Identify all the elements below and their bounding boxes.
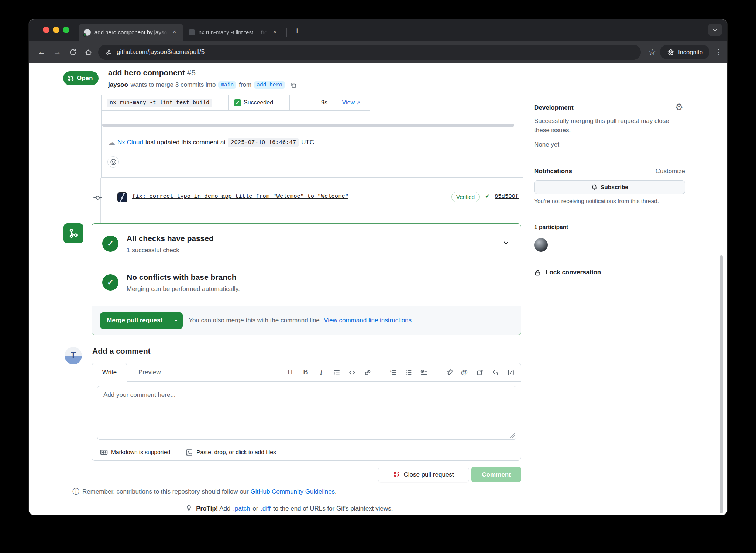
subscribe-button[interactable]: Subscribe: [534, 180, 685, 194]
bullet-list-icon[interactable]: [404, 369, 412, 376]
development-heading: Development: [534, 104, 574, 111]
comment-form: Write Preview H B I 12 @: [92, 363, 521, 461]
site-info-icon: [105, 49, 112, 56]
lock-conversation-button[interactable]: Lock conversation: [534, 269, 601, 276]
commit-sha-link[interactable]: 85d500f: [495, 193, 519, 200]
no-conflicts-title: No conflicts with base branch: [127, 273, 237, 282]
close-tab-icon[interactable]: ×: [271, 28, 278, 37]
attach-file-icon[interactable]: [445, 369, 453, 376]
tab-write[interactable]: Write: [92, 363, 127, 382]
commit-icon: [93, 193, 102, 202]
git-merge-icon: [68, 228, 79, 239]
home-button[interactable]: [80, 48, 96, 56]
patch-link[interactable]: .patch: [233, 505, 250, 512]
check-duration-cell: 9s: [290, 95, 333, 110]
comment-form-header: Write Preview H B I 12 @: [92, 363, 521, 382]
pr-closed-icon: [393, 471, 400, 478]
nx-favicon-icon: [189, 29, 195, 35]
browser-toolbar: ← → github.com/jaysoo3/acme/pull/5 ☆ Inc…: [29, 41, 727, 63]
markdown-supported-label[interactable]: Markdown is supported: [111, 449, 170, 456]
page-scrollbar[interactable]: [720, 255, 723, 514]
external-arrow-icon: ↗: [356, 99, 361, 106]
close-window-button[interactable]: [43, 27, 49, 33]
browser-menu-button[interactable]: ⋮: [713, 48, 724, 56]
guidelines-note: ⓘ Remember, contributions to this reposi…: [72, 487, 337, 497]
check-status-cell: ✓ Succeeded: [229, 95, 290, 110]
close-tab-icon[interactable]: ×: [171, 28, 178, 37]
nx-cloud-updated-line: ☁ Nx Cloud last updated this comment at …: [108, 138, 314, 147]
protip-text: or: [252, 505, 258, 512]
merge-options-caret[interactable]: [169, 312, 183, 329]
chevron-down-icon[interactable]: [502, 239, 510, 247]
new-tab-button[interactable]: +: [291, 25, 303, 36]
minimize-window-button[interactable]: [53, 27, 59, 33]
address-bar[interactable]: github.com/jaysoo3/acme/pull/5: [98, 45, 641, 60]
subscribe-label: Subscribe: [601, 184, 628, 190]
notifications-note: You’re not receiving notifications from …: [534, 198, 659, 205]
commit-author-avatar[interactable]: [117, 192, 127, 202]
smiley-icon: [110, 159, 117, 165]
markdown-icon: [100, 449, 108, 456]
browser-tab-active[interactable]: add hero component by jayso ×: [79, 24, 183, 41]
code-icon[interactable]: [348, 369, 356, 376]
participant-avatar[interactable]: [534, 238, 548, 252]
diff-link[interactable]: .diff: [261, 505, 271, 512]
tab-preview[interactable]: Preview: [133, 363, 166, 382]
checks-passed-section[interactable]: ✓ All checks have passed 1 successful ch…: [92, 224, 521, 265]
comment-button[interactable]: Comment: [471, 467, 521, 482]
add-reaction-button[interactable]: [107, 156, 119, 168]
back-button[interactable]: ←: [34, 47, 49, 57]
no-conflicts-section: ✓ No conflicts with base branch Merging …: [92, 265, 521, 306]
bold-icon[interactable]: B: [302, 368, 310, 376]
task-list-icon[interactable]: [420, 369, 428, 376]
commit-message-link[interactable]: fix: correct typo in demo app title from…: [132, 193, 348, 200]
maximize-window-button[interactable]: [63, 27, 69, 33]
customize-link[interactable]: Customize: [656, 168, 685, 175]
base-branch-chip[interactable]: main: [218, 81, 236, 89]
nx-cloud-link[interactable]: Nx Cloud: [117, 139, 143, 146]
saved-replies-icon[interactable]: [507, 369, 515, 376]
bookmark-star-icon[interactable]: ☆: [645, 47, 660, 57]
tab-title: nx run-many -t lint test ... fro: [199, 29, 268, 35]
horizontal-scrollbar[interactable]: [102, 124, 514, 127]
link-icon[interactable]: [364, 369, 372, 376]
verified-badge[interactable]: Verified: [451, 192, 480, 202]
pr-title-text: add hero component: [108, 68, 185, 77]
heading-icon[interactable]: H: [286, 368, 294, 376]
cross-reference-icon[interactable]: [476, 369, 484, 376]
guidelines-link[interactable]: GitHub Community Guidelines: [250, 488, 335, 495]
comment-textarea[interactable]: Add your comment here...: [97, 386, 516, 440]
resize-grip[interactable]: [510, 433, 515, 438]
cli-instructions-link[interactable]: View command line instructions.: [324, 317, 413, 324]
development-empty: None yet: [534, 141, 559, 148]
url-text: github.com/jaysoo3/acme/pull/5: [117, 48, 205, 56]
paste-files-label[interactable]: Paste, drop, or click to add files: [196, 449, 276, 456]
protip-text: Add: [219, 505, 230, 512]
info-icon: ⓘ: [72, 487, 79, 497]
head-branch-chip[interactable]: add-hero: [254, 81, 285, 89]
lightbulb-icon: [185, 505, 192, 512]
mention-icon[interactable]: @: [460, 368, 468, 377]
close-pr-label: Close pull request: [403, 471, 454, 478]
forward-button[interactable]: →: [49, 47, 65, 57]
italic-icon[interactable]: I: [317, 368, 325, 377]
pull-request-icon: [68, 75, 74, 82]
nx-timestamp: 2025-07-10 16:46:47: [228, 138, 299, 147]
reply-icon[interactable]: [491, 369, 499, 376]
quote-icon[interactable]: [333, 369, 341, 376]
browser-tab-inactive[interactable]: nx run-many -t lint test ... fro ×: [183, 24, 284, 41]
merge-button-label: Merge pull request: [100, 312, 169, 329]
cli-text: You can also merge this with the command…: [189, 317, 321, 324]
merge-pull-request-button[interactable]: Merge pull request: [100, 312, 183, 329]
lock-conversation-label: Lock conversation: [546, 269, 601, 276]
copy-branch-icon[interactable]: [290, 82, 297, 89]
tab-search-button[interactable]: [708, 24, 722, 36]
reload-button[interactable]: [65, 48, 80, 56]
pr-author[interactable]: jaysoo: [108, 81, 128, 89]
nx-utc: UTC: [301, 139, 314, 146]
development-gear-icon[interactable]: ⚙: [675, 102, 683, 112]
view-link[interactable]: View: [342, 99, 355, 106]
close-pull-request-button[interactable]: Close pull request: [378, 467, 469, 482]
checks-passed-title: All checks have passed: [127, 234, 214, 243]
numbered-list-icon[interactable]: 12: [389, 369, 397, 376]
